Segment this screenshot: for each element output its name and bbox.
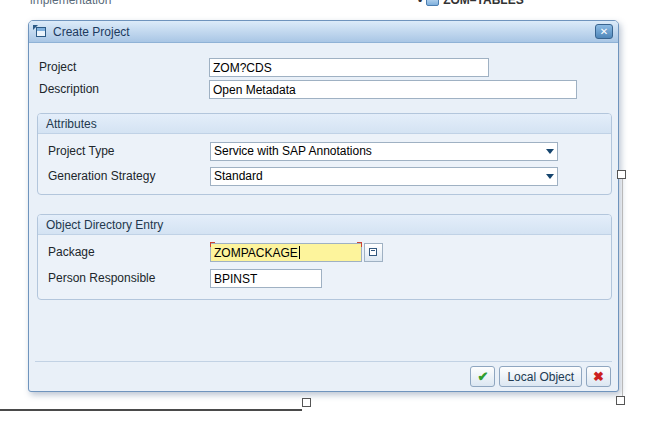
generation-strategy-row: Generation Strategy Standard (48, 166, 558, 186)
object-directory-group-header: Object Directory Entry (38, 215, 611, 235)
package-row: Package ZOMPACKAGE (48, 242, 383, 262)
project-label: Project (39, 60, 209, 74)
package-value: ZOMPACKAGE (214, 246, 298, 260)
value-help-button[interactable] (364, 243, 383, 262)
project-type-label: Project Type (48, 144, 210, 158)
window-edge-line (0, 409, 302, 411)
description-label: Description (39, 82, 209, 96)
footer-separator (35, 361, 612, 362)
person-responsible-input[interactable]: BPINST (210, 269, 322, 288)
screen: implementation • ZOM–TABLES Create Proje… (0, 0, 654, 426)
project-row: Project ZOM?CDS (39, 57, 489, 77)
value-help-icon (369, 248, 377, 256)
background-text-right: ZOM–TABLES (443, 0, 523, 7)
project-type-row: Project Type Service with SAP Annotation… (48, 141, 558, 161)
create-project-dialog: Create Project ✕ Project ZOM?CDS Descrip… (28, 20, 619, 392)
description-row: Description Open Metadata (39, 79, 577, 99)
cancel-button[interactable]: ✖ (586, 366, 611, 387)
dialog-window-icon (34, 26, 48, 38)
selection-edge (622, 177, 623, 399)
project-type-value: Service with SAP Annotations (214, 144, 372, 158)
footer-toolbar: ✔ Local Object ✖ (470, 366, 611, 387)
confirm-button[interactable]: ✔ (470, 366, 495, 387)
selection-handle-right[interactable] (617, 170, 626, 179)
focus-corner-mark (210, 242, 215, 247)
package-icon (426, 0, 439, 6)
background-text-left: implementation (30, 0, 111, 7)
selection-handle-bottom-right[interactable] (616, 396, 625, 405)
attributes-group: Attributes Project Type Service with SAP… (37, 113, 612, 195)
package-input[interactable]: ZOMPACKAGE (210, 243, 362, 262)
background-strip: implementation • ZOM–TABLES (0, 0, 654, 10)
selection-handle-bottom[interactable] (302, 398, 311, 407)
person-responsible-label: Person Responsible (48, 271, 210, 285)
generation-strategy-label: Generation Strategy (48, 169, 210, 183)
generation-strategy-value: Standard (214, 169, 263, 183)
chevron-down-icon (546, 149, 554, 154)
background-tree-item: • ZOM–TABLES (418, 0, 524, 7)
project-type-dropdown[interactable]: Service with SAP Annotations (210, 142, 558, 161)
person-responsible-row: Person Responsible BPINST (48, 268, 322, 288)
chevron-down-icon (546, 174, 554, 179)
package-label: Package (48, 245, 210, 259)
bullet: • (418, 0, 422, 7)
generation-strategy-dropdown[interactable]: Standard (210, 167, 558, 186)
project-input[interactable]: ZOM?CDS (209, 58, 489, 77)
close-button[interactable]: ✕ (595, 24, 613, 39)
focus-corner-mark (357, 242, 362, 247)
attributes-group-header: Attributes (38, 114, 611, 134)
dialog-title: Create Project (53, 25, 590, 39)
object-directory-group: Object Directory Entry Package ZOMPACKAG… (37, 214, 612, 300)
description-input[interactable]: Open Metadata (209, 80, 577, 99)
local-object-button[interactable]: Local Object (499, 366, 582, 387)
dialog-titlebar[interactable]: Create Project ✕ (29, 21, 618, 43)
text-cursor (299, 246, 300, 259)
